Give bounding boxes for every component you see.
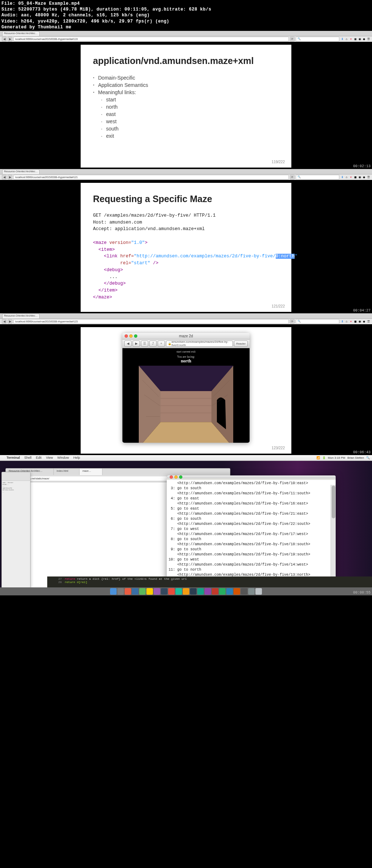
dock-app-icon[interactable] — [197, 588, 204, 595]
browser-tab[interactable]: Resource-Oriented Architec… — [2, 31, 40, 36]
forward-button[interactable]: ▶ — [8, 37, 12, 41]
side-editor-window[interactable]: style … the startborder ……style fixture … — [1, 472, 31, 587]
slide1-sub: north — [93, 103, 279, 110]
pocket-icon[interactable]: ▾ — [349, 320, 353, 323]
pin-icon[interactable]: ◼ — [353, 320, 357, 323]
share-icon[interactable]: ⤴ — [149, 341, 157, 347]
browser-tab[interactable]: Resource-Oriented Architec… — [2, 314, 40, 318]
menu-item[interactable]: Window — [57, 456, 69, 459]
pocket-icon[interactable]: ▾ — [349, 37, 353, 41]
menu-icon[interactable]: ☰ — [367, 320, 370, 323]
forward-button[interactable]: ▶ — [8, 175, 12, 180]
search-box[interactable]: 🔍 — [296, 175, 339, 180]
add-button[interactable]: + — [158, 341, 165, 347]
ext2-icon[interactable]: ◆ — [362, 320, 366, 323]
clock[interactable]: Mon 3:18 PM — [328, 456, 345, 459]
ff-tab[interactable]: index.html — [54, 469, 80, 475]
scrollbar[interactable] — [331, 485, 336, 587]
battery-icon[interactable]: 🔋 — [322, 456, 326, 459]
menu-item[interactable]: Help — [73, 456, 80, 459]
menu-icon[interactable]: ☰ — [367, 37, 370, 41]
dock-app-icon[interactable] — [190, 588, 197, 595]
reload-button[interactable]: ⟳ — [290, 37, 295, 41]
menu-icon[interactable]: ☰ — [367, 175, 370, 179]
spotlight-icon[interactable]: 🔍 — [366, 456, 370, 459]
maze-links[interactable]: start current exit — [177, 348, 195, 353]
dock-app-icon[interactable] — [241, 588, 247, 595]
dock-app-icon[interactable] — [161, 588, 167, 595]
dock-app-icon[interactable] — [146, 588, 153, 595]
url-bar[interactable]: localhost:9090/course/roa/2015/0308-rhyp… — [13, 319, 289, 324]
menu-item[interactable]: View — [46, 456, 53, 459]
dock-app-icon[interactable] — [226, 588, 233, 595]
dock-app-icon[interactable] — [183, 588, 189, 595]
ff-tab[interactable]: maze… — [80, 469, 102, 475]
reload-button[interactable]: ⟳ — [290, 175, 295, 180]
url-bar[interactable]: localhost:9090/course/roa/2015/0308-rhyp… — [13, 175, 289, 180]
code-editor-strip[interactable]: 27return return a dict {rel: href} of th… — [47, 576, 372, 587]
download-icon[interactable]: ⬇ — [340, 320, 344, 323]
reader-button[interactable]: Reader — [234, 341, 248, 347]
ext2-icon[interactable]: ◆ — [362, 175, 366, 179]
ext1-icon[interactable]: ◉ — [358, 37, 361, 41]
terminal-output[interactable]: <http://amundsen.com/examples/mazes/2d/f… — [167, 480, 336, 587]
page-counter: 121/222 — [272, 304, 285, 308]
menu-item[interactable]: Shell — [24, 456, 32, 459]
zoom-icon[interactable] — [179, 475, 182, 479]
home-icon[interactable]: ⌂ — [345, 37, 348, 41]
wifi-icon[interactable]: 📶 — [316, 456, 320, 459]
home-icon[interactable]: ⌂ — [345, 175, 348, 179]
back-button[interactable]: ◀ — [2, 319, 7, 324]
dock-app-icon[interactable] — [212, 588, 218, 595]
scroll-thumb[interactable] — [332, 486, 335, 518]
user-name[interactable]: Brian Sletten — [347, 456, 364, 459]
dock-app-icon[interactable] — [132, 588, 138, 595]
menu-app[interactable]: Terminal — [7, 456, 20, 459]
dock-app-icon[interactable] — [110, 588, 117, 595]
back-button[interactable]: ◀ — [2, 175, 7, 180]
search-box[interactable]: 🔍 — [296, 37, 339, 41]
dock-app-icon[interactable] — [219, 588, 226, 595]
minimize-icon[interactable] — [174, 475, 178, 479]
dock-trash-icon[interactable] — [255, 588, 262, 595]
menu-item[interactable]: Edit — [36, 456, 42, 459]
dock-app-icon[interactable] — [154, 588, 160, 595]
download-icon[interactable]: ⬇ — [340, 37, 344, 41]
safari-url[interactable]: 🔒 amundsen.com/examples/mazes/2d/five-by… — [166, 341, 233, 347]
page-counter: 119/222 — [272, 160, 285, 164]
close-icon[interactable] — [170, 475, 173, 479]
maze-content: start current exit You are facing: north — [122, 348, 250, 443]
ext2-icon[interactable]: ◆ — [362, 37, 366, 41]
ext1-icon[interactable]: ◉ — [358, 175, 361, 179]
terminal-window[interactable]: python /Users/brian/git-personal/bosatsu… — [167, 475, 336, 587]
thumb-3: Resource-Oriented Architec… ◀ ▶ localhos… — [0, 313, 372, 455]
forward-button[interactable]: ▶ — [8, 319, 12, 324]
back-button[interactable]: ◀ — [124, 341, 132, 347]
dock-app-icon[interactable] — [205, 588, 211, 595]
dock-app-icon[interactable] — [175, 588, 182, 595]
browser-tab[interactable]: Resource-Oriented Architec… — [2, 169, 40, 174]
reload-button[interactable]: ⟳ — [290, 319, 295, 324]
ff-url[interactable]: zepheira.net/static/maze/ — [19, 476, 169, 481]
dock-app-icon[interactable] — [168, 588, 175, 595]
dock-app-icon[interactable] — [248, 588, 255, 595]
dock-app-icon[interactable] — [139, 588, 146, 595]
pocket-icon[interactable]: ▾ — [349, 175, 353, 179]
download-icon[interactable]: ⬇ — [340, 175, 344, 179]
meta-file: File: 05_04-Maze Example.mp4 — [1, 1, 371, 7]
svg-rect-6 — [161, 391, 211, 422]
nav-button[interactable]: ☰ — [141, 341, 148, 347]
dock-app-icon[interactable] — [117, 588, 124, 595]
browser-chrome-1: Resource-Oriented Architec… ◀ ▶ localhos… — [0, 31, 372, 42]
timestamp: 00:08:55 — [353, 591, 371, 595]
dock-app-icon[interactable] — [125, 588, 131, 595]
pin-icon[interactable]: ◼ — [353, 175, 357, 179]
pin-icon[interactable]: ◼ — [353, 37, 357, 41]
home-icon[interactable]: ⌂ — [345, 320, 348, 323]
ext1-icon[interactable]: ◉ — [358, 320, 361, 323]
url-bar[interactable]: localhost:9090/course/roa/2015/0308-rhyp… — [13, 37, 289, 41]
forward-button[interactable]: ▶ — [133, 341, 140, 347]
dock-app-icon[interactable] — [234, 588, 240, 595]
search-box[interactable]: 🔍 — [296, 319, 339, 324]
back-button[interactable]: ◀ — [2, 37, 7, 41]
